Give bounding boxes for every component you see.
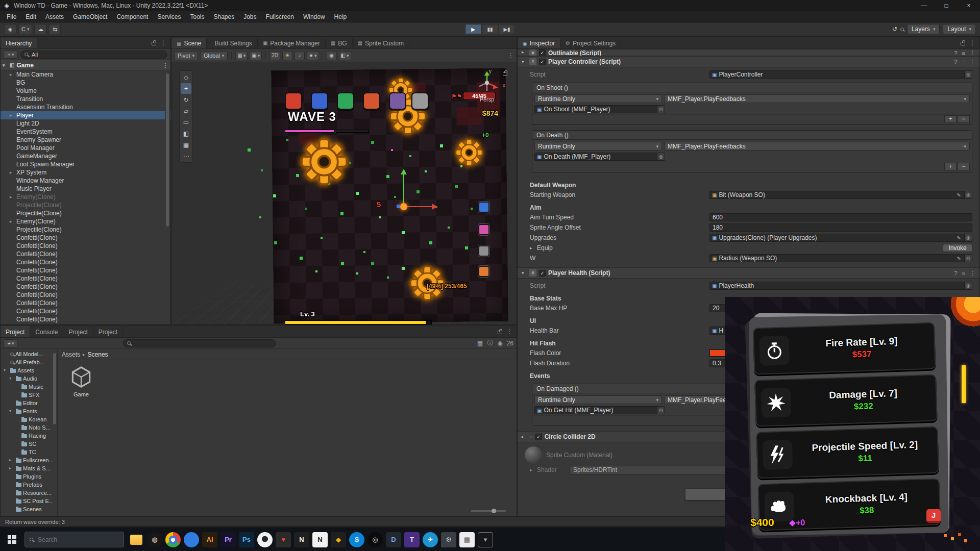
object-picker-icon[interactable]: ◎: [657, 153, 665, 160]
project-panel-tab[interactable]: Project: [1, 327, 30, 337]
taskbar-app-icon[interactable]: ◍: [147, 532, 162, 547]
grid-icon[interactable]: ▦: [477, 340, 483, 347]
event-method-dropdown[interactable]: MMF_Player.PlayFeedbacks▾: [664, 94, 970, 103]
kebab-menu-icon[interactable]: ⋮: [506, 328, 512, 335]
snap-dropdown[interactable]: ▣▾: [250, 51, 262, 60]
foldout-icon[interactable]: ▾: [522, 270, 527, 276]
hierarchy-item[interactable]: Light 2D: [1, 119, 170, 128]
preset-icon[interactable]: ≡: [962, 59, 965, 65]
scene-view-tab[interactable]: ▦ BG: [326, 38, 353, 48]
taskbar-app-icon[interactable]: N: [294, 532, 309, 547]
layout-dropdown[interactable]: Layout▾: [943, 24, 976, 34]
taskbar-app-icon[interactable]: Ai: [202, 532, 217, 547]
script-field[interactable]: ▣ PlayerHealth ◎: [709, 282, 972, 290]
hierarchy-item[interactable]: Volume: [1, 87, 170, 95]
kebab-menu-icon[interactable]: ⋮: [508, 52, 514, 59]
hierarchy-item[interactable]: Music Player: [1, 185, 170, 193]
tab-project-settings[interactable]: ⚙ Project Settings: [560, 38, 621, 48]
scene-header-row[interactable]: ▾ ◧ Game ⋮: [1, 60, 170, 70]
collab-button[interactable]: ⇆: [48, 24, 61, 34]
event-remove-button[interactable]: −: [958, 115, 970, 123]
script-field[interactable]: ▣ PlayerController ◎: [709, 70, 972, 79]
gizmo-x-axis[interactable]: [404, 206, 435, 207]
hierarchy-item[interactable]: Projectile(Clone): [1, 209, 170, 217]
scene-canvas[interactable]: WAVE 3 ⚑⚑ 45/45 $874 +0 5 [49%] 253/465 …: [172, 62, 517, 324]
kebab-menu-icon[interactable]: ⋮: [162, 62, 168, 69]
hierarchy-item[interactable]: ▸ Enemy(Clone): [1, 217, 170, 226]
cloud-button[interactable]: ☁: [34, 24, 46, 34]
component-header-outlinable[interactable]: ▸ # ✓ Outlinable (Script) ?≡⋮: [518, 49, 979, 56]
hierarchy-item[interactable]: Projectile(Clone): [1, 201, 170, 209]
project-panel-tab[interactable]: Console: [30, 327, 63, 337]
kebab-menu-icon[interactable]: ⋮: [969, 39, 975, 46]
foldout-icon[interactable]: ▸: [10, 168, 16, 177]
folder-item[interactable]: TC: [1, 448, 57, 456]
taskbar-app-icon[interactable]: D: [386, 532, 401, 547]
event-mode-dropdown[interactable]: Runtime Only▾: [534, 395, 662, 404]
lighting-toggle[interactable]: ☀: [282, 51, 292, 60]
hierarchy-item[interactable]: Ascension Transition: [1, 103, 170, 111]
asset-item[interactable]: Game: [65, 365, 97, 397]
scene-tool-button[interactable]: ▱: [181, 106, 191, 116]
favorite-search-item[interactable]: All Model...: [1, 350, 57, 358]
help-icon[interactable]: ?: [954, 50, 957, 56]
folder-item[interactable]: Korean: [1, 415, 57, 423]
upgrade-card-fire-rate[interactable]: Fire Rate [Lv. 9] $537: [753, 322, 936, 375]
folder-item[interactable]: ▾ Audio: [1, 374, 57, 383]
folder-item[interactable]: SC Post E...: [1, 497, 57, 505]
event-target-field[interactable]: ▣ On Get Hit (MMF_Player) ◎: [534, 406, 665, 414]
foldout-icon[interactable]: ▸: [10, 193, 16, 201]
maximize-button[interactable]: □: [935, 0, 958, 11]
taskbar-search-input[interactable]: [37, 536, 119, 544]
project-content-area[interactable]: Assets ▸ Scenes Game: [58, 349, 517, 516]
buy-key-button[interactable]: J: [926, 509, 941, 523]
event-mode-dropdown[interactable]: Runtime Only▾: [534, 142, 662, 151]
start-button[interactable]: [0, 528, 23, 551]
scene-tool-button[interactable]: ⋯: [181, 151, 191, 161]
starting-weapon-field[interactable]: ▣ Bit (Weapon SO) ✎ ◎: [709, 191, 972, 199]
object-picker-icon[interactable]: ◎: [964, 191, 972, 198]
object-picker-icon[interactable]: ◎: [964, 255, 972, 262]
camera-dropdown[interactable]: ◧▾: [339, 51, 351, 60]
component-header-player-health[interactable]: ▾ # ✓ Player Health (Script) ?≡⋮: [518, 267, 979, 279]
create-asset-button[interactable]: +▾: [4, 339, 18, 347]
event-target-field[interactable]: ▣ On Shoot (MMF_Player) ◎: [534, 105, 665, 113]
project-search[interactable]: [123, 339, 276, 347]
menu-item[interactable]: Services: [153, 11, 185, 22]
2d-toggle[interactable]: 2D: [270, 51, 280, 60]
taskbar-app-icon[interactable]: [257, 532, 273, 547]
folder-item[interactable]: ▸ Mats & S...: [1, 464, 57, 472]
breadcrumb-current[interactable]: Scenes: [88, 351, 108, 358]
object-picker-icon[interactable]: ◎: [657, 106, 665, 113]
hierarchy-item[interactable]: Confetti(Clone): [1, 307, 170, 315]
upgrade-card-projectile-speed[interactable]: Projectile Speed [Lv. 2] $11: [756, 426, 939, 479]
step-button[interactable]: ▶▮: [499, 24, 515, 34]
foldout-icon[interactable]: ▾: [3, 63, 8, 68]
event-add-button[interactable]: +: [944, 115, 957, 123]
taskbar-app-icon[interactable]: N: [312, 532, 328, 547]
object-picker-icon[interactable]: ◎: [657, 407, 665, 414]
lock-icon[interactable]: [503, 72, 507, 76]
foldout-icon[interactable]: ▸: [9, 464, 14, 472]
hierarchy-item[interactable]: EventSystem: [1, 128, 170, 136]
hierarchy-item[interactable]: Confetti(Clone): [1, 242, 170, 250]
hierarchy-item[interactable]: Confetti(Clone): [1, 274, 170, 283]
scene-view-tab[interactable]: ▦ Scene: [172, 38, 207, 48]
taskbar-app-icon[interactable]: ◎: [368, 532, 383, 547]
minimize-button[interactable]: —: [913, 0, 935, 11]
undo-history-icon[interactable]: ↺: [892, 26, 897, 33]
event-method-dropdown[interactable]: MMF_Player.PlayFeedbacks▾: [664, 142, 970, 151]
enabled-checkbox[interactable]: ✓: [539, 59, 546, 65]
taskbar-app-icon[interactable]: [184, 532, 199, 547]
event-mode-dropdown[interactable]: Runtime Only▾: [534, 94, 662, 103]
taskbar-app-icon[interactable]: Pr: [220, 532, 236, 547]
component-header-player-controller[interactable]: ▾ # ✓ Player Controller (Script) ?≡⋮: [518, 56, 979, 67]
kebab-menu-icon[interactable]: ⋮: [970, 59, 975, 65]
help-icon[interactable]: ?: [954, 59, 957, 65]
hierarchy-item[interactable]: ▸ Enemy(Clone): [1, 193, 170, 201]
foldout-icon[interactable]: ▾: [522, 59, 527, 64]
project-panel-tab[interactable]: Project: [93, 327, 123, 337]
enabled-checkbox[interactable]: ✓: [539, 270, 546, 277]
folder-item[interactable]: Scenes: [1, 505, 57, 513]
kebab-menu-icon[interactable]: ⋮: [970, 270, 975, 277]
